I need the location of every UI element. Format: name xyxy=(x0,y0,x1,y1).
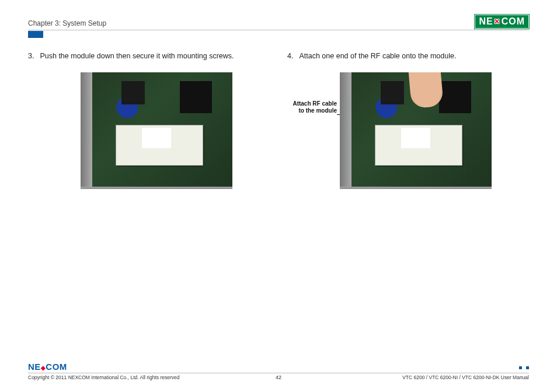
chapter-title: Chapter 3: System Setup xyxy=(28,19,106,30)
step-number: 4. xyxy=(287,51,293,62)
page-number: 42 xyxy=(276,374,281,380)
step-4: 4. Attach one end of the RF cable onto t… xyxy=(287,51,529,62)
document-title: VTC 6200 / VTC 6200-NI / VTC 6200-NI-DK … xyxy=(402,374,529,380)
figure-4-wrap: Attach RF cable to the module xyxy=(287,72,529,189)
step-text: Push the module down then secure it with… xyxy=(40,51,234,62)
copyright-text: Copyright © 2011 NEXCOM International Co… xyxy=(28,374,180,380)
left-column: 3. Push the module down then secure it w… xyxy=(28,51,270,189)
footer-decoration xyxy=(519,366,529,369)
figure-step-4 xyxy=(340,72,492,189)
content-area: 3. Push the module down then secure it w… xyxy=(28,51,529,189)
figure-step-3 xyxy=(81,72,232,189)
rf-cable-callout: Attach RF cable to the module xyxy=(287,100,337,114)
section-tab-marker xyxy=(28,31,43,38)
page-header: Chapter 3: System Setup NE COM xyxy=(28,14,529,30)
step-text: Attach one end of the RF cable onto the … xyxy=(299,51,456,62)
step-number: 3. xyxy=(28,51,34,62)
nexcom-logo: NE COM xyxy=(475,15,529,29)
figure-3-wrap xyxy=(28,72,270,189)
right-column: 4. Attach one end of the RF cable onto t… xyxy=(287,51,529,189)
step-3: 3. Push the module down then secure it w… xyxy=(28,51,270,62)
page-footer: NE◆COM Copyright © 2011 NEXCOM Internati… xyxy=(28,373,529,380)
footer-logo: NE◆COM xyxy=(28,362,67,372)
